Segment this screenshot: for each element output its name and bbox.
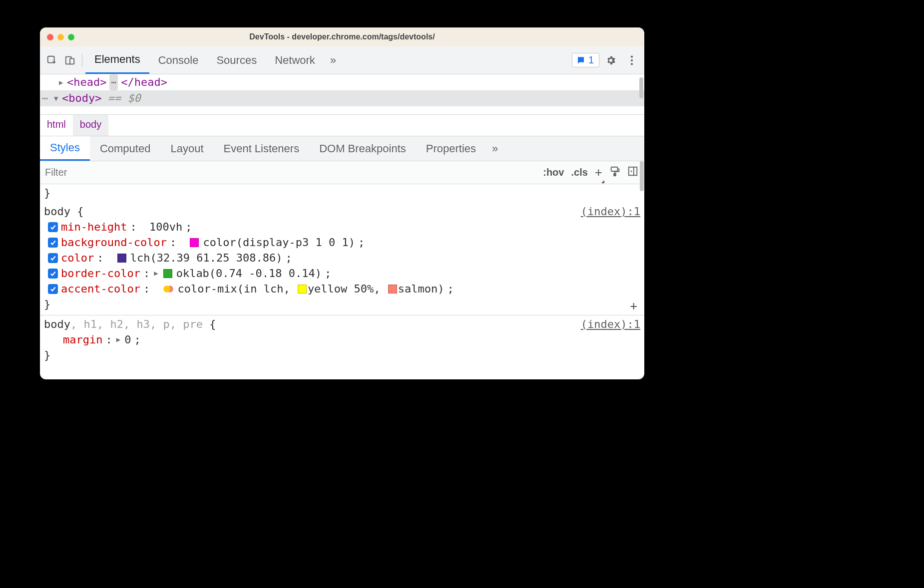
subtab-properties[interactable]: Properties [416, 136, 486, 161]
decl-border-color[interactable]: border-color: ▶ oklab(0.74 -0.18 0.14); [44, 266, 640, 281]
css-value[interactable]: 0 [124, 332, 131, 347]
svg-rect-2 [70, 58, 74, 64]
tab-console[interactable]: Console [149, 46, 208, 74]
add-rule-icon[interactable]: + [630, 298, 637, 314]
collapse-icon[interactable]: ▼ [54, 90, 62, 106]
device-toggle-icon[interactable] [61, 50, 79, 70]
color-swatch-icon[interactable] [163, 269, 172, 278]
css-property[interactable]: border-color [61, 266, 140, 281]
decl-color[interactable]: color: lch(32.39 61.25 308.86); [44, 250, 640, 266]
main-toolbar: Elements Console Sources Network » 1 [40, 46, 644, 74]
css-rule-body: body { (index):1 min-height: 100vh; back… [44, 204, 640, 312]
svg-rect-7 [614, 174, 616, 176]
paint-icon[interactable] [609, 166, 620, 179]
computed-toggle-icon[interactable] [627, 166, 638, 179]
more-icon[interactable] [622, 50, 641, 70]
dom-tag: <body> [62, 90, 101, 106]
zoom-window-button[interactable] [68, 34, 74, 40]
rule-source-link[interactable]: (index):1 [581, 316, 640, 332]
css-value[interactable]: 100vh [149, 219, 182, 235]
decl-checkbox[interactable] [48, 284, 58, 294]
rule-selector[interactable]: body, h1, h2, h3, p, pre { [44, 316, 216, 332]
dom-node-body[interactable]: ⋯ ▼ <body> == $0 [40, 90, 644, 106]
filter-tools: :hov .cls + [543, 165, 640, 180]
decl-checkbox[interactable] [48, 253, 58, 263]
css-value[interactable]: oklab(0.74 -0.18 0.14) [176, 266, 322, 281]
css-property[interactable]: color [61, 250, 94, 266]
styles-subtabs: Styles Computed Layout Event Listeners D… [40, 136, 644, 161]
panel-tabs: Elements Console Sources Network » [85, 46, 342, 74]
decl-checkbox[interactable] [48, 238, 58, 248]
devtools-window: DevTools - developer.chrome.com/tags/dev… [40, 27, 644, 379]
expand-icon[interactable]: ▶ [59, 74, 67, 90]
decl-checkbox[interactable] [48, 222, 58, 232]
close-window-button[interactable] [47, 34, 53, 40]
color-mix-swatch-icon[interactable] [163, 284, 173, 294]
filter-input[interactable] [44, 165, 543, 180]
dom-node-head[interactable]: ▶ <head> ⋯ </head> [40, 74, 644, 90]
tab-sources[interactable]: Sources [207, 46, 266, 74]
inspect-icon[interactable] [43, 50, 61, 70]
hov-toggle[interactable]: :hov [543, 167, 564, 178]
color-swatch-icon[interactable] [388, 285, 397, 294]
decl-margin[interactable]: margin: ▶ 0; [44, 332, 640, 347]
breadcrumb-html[interactable]: html [40, 115, 73, 136]
breadcrumb-body[interactable]: body [73, 115, 108, 136]
ellipsis-icon[interactable]: ⋯ [109, 74, 118, 90]
rule-source-link[interactable]: (index):1 [581, 204, 640, 219]
subtab-overflow-icon[interactable]: » [486, 136, 504, 161]
subtab-dom-breakpoints[interactable]: DOM Breakpoints [309, 136, 416, 161]
decl-accent-color[interactable]: accent-color: color-mix(in lch, yellow 5… [44, 281, 640, 296]
color-swatch-icon[interactable] [298, 285, 307, 294]
minimize-window-button[interactable] [57, 34, 64, 40]
subtab-layout[interactable]: Layout [160, 136, 213, 161]
issues-badge[interactable]: 1 [572, 53, 599, 67]
subtab-styles[interactable]: Styles [40, 136, 90, 161]
rule-selector[interactable]: body { [44, 204, 83, 219]
expand-icon[interactable]: ▶ [116, 332, 120, 347]
css-rule-margin: body, h1, h2, h3, p, pre { (index):1 mar… [44, 316, 640, 363]
stray-brace: } [44, 187, 50, 199]
window-title: DevTools - developer.chrome.com/tags/dev… [40, 32, 644, 41]
selected-marker: == $0 [107, 90, 140, 106]
css-value[interactable]: color(display-p3 1 0 1) [203, 235, 355, 250]
subtab-event-listeners[interactable]: Event Listeners [214, 136, 310, 161]
css-property[interactable]: accent-color [61, 281, 140, 296]
window-titlebar: DevTools - developer.chrome.com/tags/dev… [40, 27, 644, 46]
svg-point-4 [631, 59, 633, 61]
new-style-rule-icon[interactable]: + [595, 165, 602, 180]
dom-tag-close: </head> [121, 74, 167, 90]
gutter-dots: ⋯ [42, 90, 49, 106]
css-value[interactable]: lch(32.39 61.25 308.86) [130, 250, 283, 266]
css-property[interactable]: background-color [61, 235, 167, 250]
subtab-computed[interactable]: Computed [90, 136, 161, 161]
color-swatch-icon[interactable] [117, 254, 126, 263]
dom-tag: <head> [67, 74, 106, 90]
styles-pane[interactable]: } body { (index):1 min-height: 100vh; ba… [40, 184, 644, 379]
decl-checkbox[interactable] [48, 269, 58, 279]
settings-icon[interactable] [601, 50, 620, 70]
svg-marker-9 [630, 170, 632, 172]
cls-toggle[interactable]: .cls [571, 167, 587, 178]
color-swatch-icon[interactable] [190, 238, 199, 247]
svg-point-3 [631, 55, 633, 57]
divider [82, 54, 82, 67]
traffic-lights [47, 34, 74, 40]
issues-count: 1 [588, 54, 594, 66]
tab-elements[interactable]: Elements [85, 46, 149, 74]
panel-overflow-icon[interactable]: » [324, 46, 342, 74]
expand-icon[interactable]: ▶ [154, 266, 158, 281]
decl-min-height[interactable]: min-height: 100vh; [44, 219, 640, 235]
svg-rect-8 [629, 167, 637, 176]
dom-tree[interactable]: ▶ <head> ⋯ </head> ⋯ ▼ <body> == $0 [40, 74, 644, 114]
rule-close-brace: } [44, 347, 640, 363]
css-property[interactable]: min-height [61, 219, 127, 235]
dom-scrollbar[interactable] [639, 77, 643, 98]
toolbar-right: 1 [572, 50, 641, 70]
tab-network[interactable]: Network [266, 46, 324, 74]
css-property[interactable]: margin [63, 332, 102, 347]
svg-rect-6 [611, 167, 618, 171]
breadcrumb: html body [40, 114, 644, 136]
decl-background-color[interactable]: background-color: color(display-p3 1 0 1… [44, 235, 640, 250]
css-value[interactable]: color-mix(in lch, yellow 50%, salmon) [177, 281, 444, 296]
